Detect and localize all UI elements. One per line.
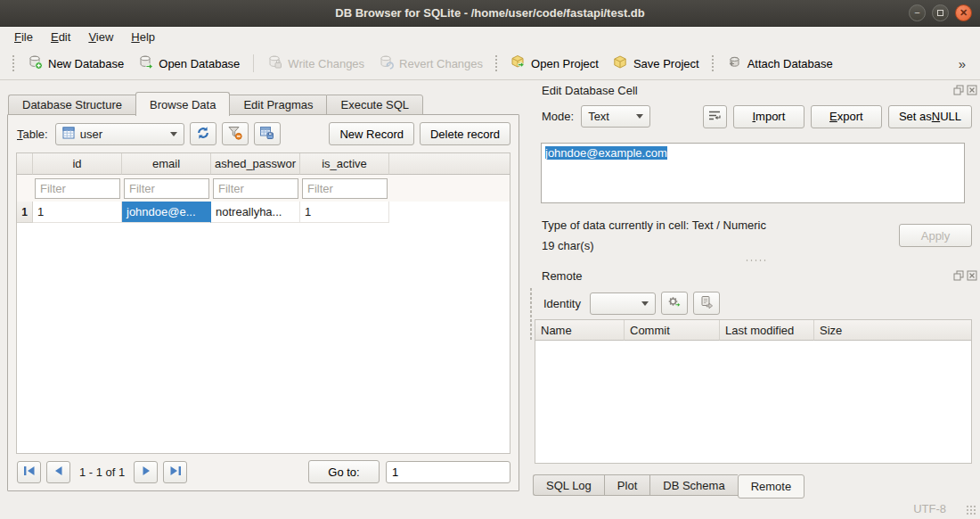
cell-is-active[interactable]: 1 <box>300 202 389 223</box>
toolbar-drag-handle[interactable] <box>12 54 16 72</box>
cell-id[interactable]: 1 <box>33 202 122 223</box>
import-button[interactable]: Import <box>733 105 804 128</box>
tab-execute-sql[interactable]: Execute SQL <box>326 95 423 115</box>
open-project-icon <box>510 54 526 72</box>
browse-data-panel: Table: user <box>7 114 519 491</box>
next-page-button[interactable] <box>134 461 158 483</box>
identity-settings-button[interactable] <box>661 292 688 315</box>
filter-input-email[interactable] <box>124 178 209 199</box>
remote-titlebar: Remote <box>542 268 977 283</box>
minimize-icon: − <box>914 8 919 18</box>
pagination-bar: 1 - 1 of 1 Go to: <box>17 460 510 483</box>
column-header-is-active[interactable]: is_active <box>300 153 389 175</box>
toolbar: New Database Open Database Write Changes… <box>0 47 980 80</box>
window-title: DB Browser for SQLite - /home/user/code/… <box>335 6 644 20</box>
first-page-button[interactable] <box>17 461 41 483</box>
open-database-icon <box>138 54 153 72</box>
remote-column-commit[interactable]: Commit <box>625 320 720 341</box>
maximize-button[interactable] <box>932 4 949 21</box>
open-project-button[interactable]: Open Project <box>503 50 606 77</box>
identity-label: Identity <box>543 297 581 310</box>
cell-char-count: 19 char(s) <box>542 239 594 252</box>
save-results-button[interactable] <box>254 122 281 145</box>
attach-database-label: Attach Database <box>747 57 833 70</box>
column-header-id[interactable]: id <box>33 153 122 175</box>
close-panel-icon[interactable] <box>967 270 977 281</box>
first-page-icon <box>23 465 36 479</box>
tab-remote[interactable]: Remote <box>738 474 805 498</box>
new-record-button[interactable]: New Record <box>329 122 414 145</box>
panel-splitter-handle[interactable] <box>745 259 768 262</box>
toolbar-drag-handle[interactable] <box>711 54 715 72</box>
close-icon: ✕ <box>960 8 968 18</box>
tab-label: Plot <box>617 479 637 492</box>
table-select[interactable]: user <box>55 123 184 145</box>
tab-plot[interactable]: Plot <box>604 474 649 496</box>
menu-view[interactable]: View <box>79 29 122 46</box>
remote-column-name[interactable]: Name <box>535 320 625 341</box>
dock-controls <box>953 270 977 281</box>
mode-select[interactable]: Text <box>581 105 650 128</box>
tab-label: Browse Data <box>150 98 216 111</box>
app-window: DB Browser for SQLite - /home/user/code/… <box>0 0 980 519</box>
attach-database-button[interactable]: Attach Database <box>720 50 840 77</box>
row-number[interactable]: 1 <box>17 202 33 223</box>
filter-input-is-active[interactable] <box>302 178 388 199</box>
menu-edit[interactable]: Edit <box>42 29 79 46</box>
clone-database-icon <box>699 295 714 312</box>
filter-input-hashed-password[interactable] <box>213 178 298 199</box>
column-header-hashed-password[interactable]: ashed_passwor <box>211 153 300 175</box>
revert-changes-icon <box>379 54 394 72</box>
new-database-button[interactable]: New Database <box>20 50 131 77</box>
set-as-null-button[interactable]: Set as NULL <box>888 105 972 128</box>
close-button[interactable]: ✕ <box>955 4 972 21</box>
tab-database-structure[interactable]: Database Structure <box>8 95 135 115</box>
export-button[interactable]: Export <box>811 105 882 128</box>
minimize-button[interactable]: − <box>909 4 926 21</box>
cell-email-selected[interactable]: johndoe@e... <box>122 202 211 223</box>
tab-sql-log[interactable]: SQL Log <box>533 474 604 496</box>
save-project-icon <box>613 54 628 72</box>
remote-column-last-modified[interactable]: Last modified <box>720 320 814 341</box>
edit-cell-title: Edit Database Cell <box>542 84 638 97</box>
dock-splitter-handle[interactable] <box>529 287 533 341</box>
column-header-email[interactable]: email <box>122 153 211 175</box>
record-range-text: 1 - 1 of 1 <box>79 465 125 479</box>
goto-button[interactable]: Go to: <box>308 460 380 483</box>
remote-list-header: Name Commit Last modified Size <box>535 320 971 341</box>
delete-record-button[interactable]: Delete record <box>420 122 510 145</box>
new-database-icon <box>28 54 43 72</box>
table-select-value: user <box>80 128 102 141</box>
cell-hashed-password[interactable]: notreallyha... <box>211 202 300 223</box>
previous-page-button[interactable] <box>46 461 70 483</box>
filter-input-id[interactable] <box>35 178 120 199</box>
statusbar: UTF-8 <box>0 499 980 519</box>
menu-file[interactable]: File <box>5 29 42 46</box>
open-database-button[interactable]: Open Database <box>131 50 247 77</box>
refresh-button[interactable] <box>190 122 216 145</box>
clear-filters-button[interactable] <box>222 122 249 145</box>
tab-browse-data[interactable]: Browse Data <box>135 92 230 116</box>
remote-column-size[interactable]: Size <box>814 320 971 341</box>
last-page-button[interactable] <box>163 461 187 483</box>
resize-grip[interactable] <box>966 505 977 516</box>
cell-value-editor[interactable]: johndoe@example.com <box>541 143 965 203</box>
identity-select[interactable] <box>590 292 656 315</box>
close-panel-icon[interactable] <box>967 85 977 95</box>
toolbar-drag-handle[interactable] <box>494 54 499 72</box>
gear-icon <box>666 294 682 312</box>
new-database-label: New Database <box>48 57 124 70</box>
toolbar-overflow-button[interactable]: » <box>959 56 966 71</box>
float-panel-icon[interactable] <box>953 270 964 281</box>
save-project-button[interactable]: Save Project <box>606 50 706 77</box>
float-panel-icon[interactable] <box>953 85 964 95</box>
edit-cell-controls: Mode: Text Import Export Set as NULL <box>542 104 972 128</box>
encoding-indicator[interactable]: UTF-8 <box>913 502 946 515</box>
word-wrap-button[interactable] <box>703 105 727 128</box>
menu-help[interactable]: Help <box>122 29 164 46</box>
tab-edit-pragmas[interactable]: Edit Pragmas <box>230 95 326 115</box>
clone-database-button[interactable] <box>693 292 720 315</box>
bottom-tabbar: SQL Log Plot DB Schema Remote <box>533 474 804 498</box>
goto-page-input[interactable] <box>386 461 510 483</box>
tab-db-schema[interactable]: DB Schema <box>649 474 737 496</box>
